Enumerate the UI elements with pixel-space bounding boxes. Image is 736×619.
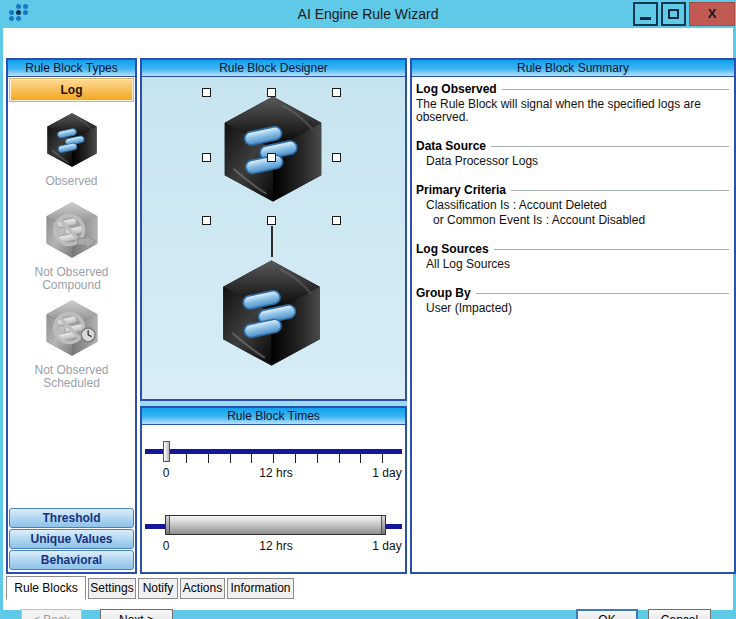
times-canvas: 0 12 hrs 1 day 0 12 hrs 1 day [142, 425, 405, 571]
type-item-not-observed-compound[interactable]: Not Observed Compound [8, 200, 135, 292]
selection-handle[interactable] [267, 153, 276, 162]
section-title: Log Observed [416, 82, 497, 96]
section-line: All Log Sources [416, 258, 729, 271]
maximize-icon [668, 9, 679, 19]
selection-handle[interactable] [202, 153, 211, 162]
section-divider [502, 89, 729, 90]
summary-section-data-source: Data Source Data Processor Logs [416, 139, 729, 168]
rule-block-designer-panel: Rule Block Designer [140, 58, 407, 401]
rule-block-designer-header: Rule Block Designer [142, 60, 405, 77]
section-line: User (Impacted) [416, 302, 729, 315]
summary-content: Log Observed The Rule Block will signal … [412, 77, 734, 315]
window-title: AI Engine Rule Wizard [0, 0, 736, 28]
tab-information[interactable]: Information [227, 578, 294, 599]
summary-section-log-observed: Log Observed The Rule Block will signal … [416, 82, 729, 124]
summary-section-primary-criteria: Primary Criteria Classification Is : Acc… [416, 183, 729, 227]
time-range-bar[interactable] [165, 515, 386, 535]
range-right-handle[interactable] [381, 516, 385, 534]
selection-handle[interactable] [202, 216, 211, 225]
next-button[interactable]: Next > [100, 609, 173, 619]
section-line: or Common Event Is : Account Disabled [416, 214, 729, 227]
not-observed-scheduled-cube-icon [34, 298, 110, 358]
section-title: Data Source [416, 139, 486, 153]
type-item-not-observed-scheduled[interactable]: Not Observed Scheduled [8, 298, 135, 390]
maximize-button[interactable] [661, 2, 686, 26]
minimize-button[interactable] [633, 2, 658, 26]
type-item-label: Scheduled [8, 377, 135, 390]
section-line: Data Processor Logs [416, 155, 729, 168]
section-title: Group By [416, 286, 471, 300]
range-left-handle[interactable] [166, 516, 170, 534]
type-category-buttons: Threshold Unique Values Behavioral [8, 507, 135, 571]
close-button[interactable]: X [689, 2, 735, 26]
designer-canvas[interactable] [142, 77, 405, 399]
type-button-threshold[interactable]: Threshold [9, 508, 134, 528]
section-divider [494, 249, 729, 250]
rule-block-types-panel: Rule Block Types Log Observed [6, 58, 137, 574]
cancel-button[interactable]: Cancel [648, 609, 711, 619]
title-bar: AI Engine Rule Wizard X [0, 0, 736, 28]
summary-section-log-sources: Log Sources All Log Sources [416, 242, 729, 271]
rule-block-summary-header: Rule Block Summary [412, 60, 734, 77]
selection-handle[interactable] [332, 88, 341, 97]
type-item-observed[interactable]: Observed [8, 111, 135, 188]
time-label: 0 [163, 466, 170, 480]
time-slider-ticks [186, 454, 386, 463]
clock-icon [81, 328, 95, 342]
time-slider-thumb[interactable] [163, 441, 170, 462]
minimize-icon [640, 17, 651, 20]
rule-block-times-panel: Rule Block Times 0 12 hrs 1 day 0 12 hrs… [140, 406, 407, 574]
ai-engine-rule-wizard-window: AI Engine Rule Wizard X Rule Block Types… [0, 0, 736, 619]
back-button[interactable]: < Back [21, 609, 82, 619]
dialog-client-area: Rule Block Types Log Observed [3, 28, 733, 610]
section-divider [511, 190, 729, 191]
not-observed-compound-cube-icon [34, 200, 110, 260]
tab-rule-blocks[interactable]: Rule Blocks [6, 576, 86, 600]
time-label: 0 [163, 539, 170, 553]
rule-block-node-1[interactable] [215, 92, 331, 206]
section-title: Primary Criteria [416, 183, 506, 197]
block-connector-line [271, 226, 273, 257]
rule-block-node-2[interactable] [214, 256, 329, 370]
section-title: Log Sources [416, 242, 489, 256]
type-button-unique-values[interactable]: Unique Values [9, 529, 134, 549]
type-item-label: Compound [8, 279, 135, 292]
tab-notify[interactable]: Notify [138, 578, 178, 599]
time-label: 12 hrs [259, 466, 292, 480]
ok-button[interactable]: OK [576, 609, 638, 619]
selection-handle[interactable] [202, 88, 211, 97]
selection-handle[interactable] [332, 216, 341, 225]
selection-handle[interactable] [267, 216, 276, 225]
log-observed-cube-icon [36, 111, 108, 169]
time-label: 12 hrs [259, 539, 292, 553]
type-item-label: Observed [8, 175, 135, 188]
rule-block-types-header: Rule Block Types [8, 60, 135, 77]
section-line: Classification Is : Account Deleted [416, 199, 729, 212]
type-button-behavioral[interactable]: Behavioral [9, 550, 134, 570]
tab-settings[interactable]: Settings [88, 578, 136, 599]
tab-actions[interactable]: Actions [180, 578, 225, 599]
section-divider [491, 146, 729, 147]
type-button-log-selected[interactable]: Log [10, 79, 133, 101]
time-label: 1 day [372, 539, 401, 553]
summary-section-group-by: Group By User (Impacted) [416, 286, 729, 315]
time-label: 1 day [372, 466, 401, 480]
rule-block-summary-panel: Rule Block Summary Log Observed The Rule… [410, 58, 736, 574]
section-line: The Rule Block will signal when the spec… [416, 98, 729, 124]
rule-block-times-header: Rule Block Times [142, 408, 405, 425]
section-divider [476, 293, 729, 294]
selection-handle[interactable] [332, 153, 341, 162]
